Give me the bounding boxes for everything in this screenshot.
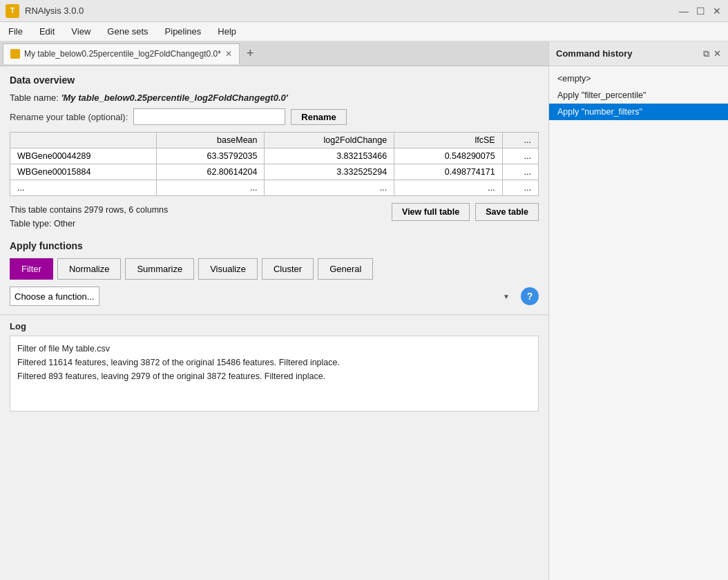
rename-label: Rename your table (optional): — [10, 112, 128, 122]
content-area: Data overview Table name: 'My table_belo… — [0, 66, 548, 314]
table-name-label: Table name: — [10, 93, 61, 103]
log-line-3: Filtered 893 features, leaving 2979 of t… — [17, 369, 531, 383]
normalize-button[interactable]: Normalize — [57, 258, 122, 280]
title-bar: T RNAlysis 3.0.0 — ☐ ✕ — [0, 0, 728, 22]
function-dropdown[interactable]: Choose a function... — [10, 287, 99, 306]
cell-gene-ellipsis: ... — [10, 180, 157, 196]
tab-close-icon[interactable]: ✕ — [225, 49, 232, 59]
tab-label: My table_below0.25percentile_log2FoldCha… — [24, 49, 221, 59]
log-line-1: Filter of file My table.csv — [17, 342, 531, 356]
cell-basemean-ellipsis: ... — [157, 180, 265, 196]
col-header-log2foldchange: log2FoldChange — [265, 133, 394, 148]
cell-gene-2: WBGene00015884 — [10, 164, 157, 180]
command-history-title: Command history — [556, 48, 633, 59]
cell-more-2: ... — [502, 164, 538, 180]
cmd-close-icon[interactable]: ✕ — [713, 48, 721, 59]
menu-bar: File Edit View Gene sets Pipelines Help — [0, 22, 728, 41]
main-tab[interactable]: My table_below0.25percentile_log2FoldCha… — [3, 44, 240, 64]
col-header-lfcse: lfcSE — [394, 133, 502, 148]
help-button[interactable]: ? — [521, 287, 539, 305]
cell-lfcse-2: 0.498774171 — [394, 164, 502, 180]
content-scroll: Data overview Table name: 'My table_belo… — [0, 66, 548, 580]
add-tab-button[interactable]: + — [242, 46, 258, 61]
apply-functions-section: Apply functions Filter Normalize Summari… — [10, 240, 539, 306]
data-overview-title: Data overview — [10, 75, 539, 86]
cell-basemean-2: 62.80614204 — [157, 164, 265, 180]
rename-button[interactable]: Rename — [291, 109, 347, 125]
menu-pipelines[interactable]: Pipelines — [162, 25, 204, 38]
col-header-basemean: baseMean — [157, 133, 265, 148]
command-history-list: <empty> Apply "filter_percentile" Apply … — [549, 66, 728, 124]
visualize-button[interactable]: Visualize — [198, 258, 258, 280]
cell-gene-1: WBGene00044289 — [10, 148, 157, 164]
tab-bar: My table_below0.25percentile_log2FoldCha… — [0, 41, 548, 66]
command-history-header: Command history ⧉ ✕ — [549, 41, 728, 66]
cmd-item-filter-percentile[interactable]: Apply "filter_percentile" — [549, 87, 728, 104]
cluster-button[interactable]: Cluster — [262, 258, 314, 280]
left-panel: My table_below0.25percentile_log2FoldCha… — [0, 41, 548, 580]
data-table: baseMean log2FoldChange lfcSE ... WBGene… — [10, 132, 539, 196]
apply-functions-title: Apply functions — [10, 240, 539, 251]
rename-input[interactable] — [133, 108, 285, 125]
rename-row: Rename your table (optional): Rename — [10, 108, 539, 125]
general-button[interactable]: General — [318, 258, 373, 280]
table-row: ... ... ... ... ... — [10, 180, 539, 196]
title-bar-left: T RNAlysis 3.0.0 — [6, 4, 84, 18]
menu-gene-sets[interactable]: Gene sets — [104, 25, 151, 38]
cmd-controls: ⧉ ✕ — [703, 48, 721, 59]
cell-log2-1: 3.832153466 — [265, 148, 394, 164]
table-row: WBGene00015884 62.80614204 3.332525294 0… — [10, 164, 539, 180]
info-actions-row: This table contains 2979 rows, 6 columns… — [10, 203, 539, 231]
table-name-value: 'My table_below0.25percentile_log2FoldCh… — [61, 93, 287, 103]
action-btns: View full table Save table — [392, 203, 539, 221]
col-header-gene — [10, 133, 157, 148]
menu-file[interactable]: File — [6, 25, 26, 38]
title-bar-controls: — ☐ ✕ — [678, 6, 722, 17]
info-rows-cols: This table contains 2979 rows, 6 columns — [10, 203, 168, 217]
summarize-button[interactable]: Summarize — [125, 258, 194, 280]
cell-lfcse-1: 0.548290075 — [394, 148, 502, 164]
cell-log2-2: 3.332525294 — [265, 164, 394, 180]
info-type: Table type: Other — [10, 217, 168, 231]
menu-edit[interactable]: Edit — [37, 25, 57, 38]
table-row: WBGene00044289 63.35792035 3.832153466 0… — [10, 148, 539, 164]
app-title: RNAlysis 3.0.0 — [25, 6, 84, 16]
cell-more-ellipsis: ... — [502, 180, 538, 196]
cell-basemean-1: 63.35792035 — [157, 148, 265, 164]
func-buttons: Filter Normalize Summarize Visualize Clu… — [10, 258, 539, 280]
app-icon: T — [6, 4, 19, 18]
maximize-button[interactable]: ☐ — [695, 6, 706, 17]
log-section: Log Filter of file My table.csv Filtered… — [0, 314, 548, 425]
main-layout: My table_below0.25percentile_log2FoldCha… — [0, 41, 728, 580]
menu-view[interactable]: View — [68, 25, 93, 38]
view-full-table-button[interactable]: View full table — [392, 203, 470, 221]
cell-more-1: ... — [502, 148, 538, 164]
col-header-more: ... — [502, 133, 538, 148]
func-dropdown-wrap: Choose a function... — [10, 287, 515, 306]
log-line-2: Filtered 11614 features, leaving 3872 of… — [17, 356, 531, 369]
cell-log2-ellipsis: ... — [265, 180, 394, 196]
minimize-button[interactable]: — — [678, 6, 689, 17]
restore-icon[interactable]: ⧉ — [703, 48, 709, 59]
right-panel: Command history ⧉ ✕ <empty> Apply "filte… — [548, 41, 728, 580]
log-content: Filter of file My table.csv Filtered 116… — [10, 336, 539, 412]
func-dropdown-row: Choose a function... ? — [10, 287, 539, 306]
table-name-row: Table name: 'My table_below0.25percentil… — [10, 93, 539, 103]
close-button[interactable]: ✕ — [711, 6, 722, 17]
tab-icon — [10, 49, 20, 59]
filter-button[interactable]: Filter — [10, 258, 53, 280]
save-table-button[interactable]: Save table — [475, 203, 539, 221]
cell-lfcse-ellipsis: ... — [394, 180, 502, 196]
log-title: Log — [10, 321, 539, 331]
cmd-item-number-filters[interactable]: Apply "number_filters" — [549, 104, 728, 120]
menu-help[interactable]: Help — [215, 25, 239, 38]
cmd-item-empty[interactable]: <empty> — [549, 70, 728, 87]
info-text: This table contains 2979 rows, 6 columns… — [10, 203, 168, 231]
